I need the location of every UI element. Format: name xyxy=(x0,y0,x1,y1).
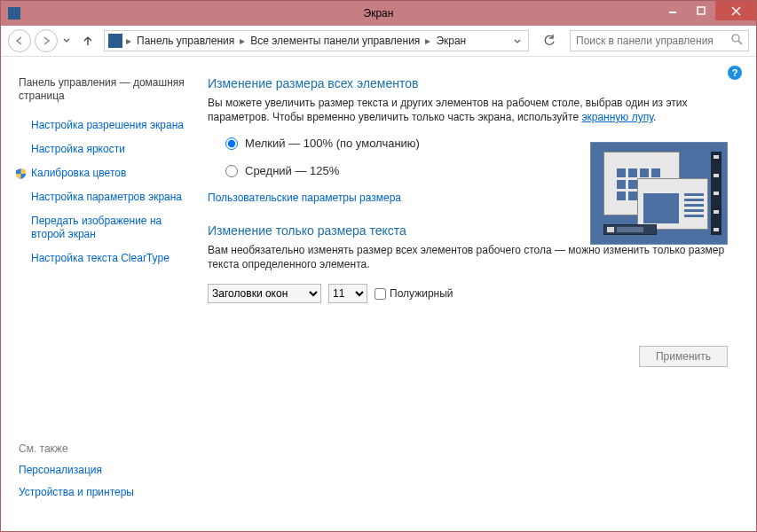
refresh-icon xyxy=(543,35,556,47)
see-also: См. также Персонализация Устройства и пр… xyxy=(19,442,192,508)
titlebar[interactable]: Экран xyxy=(1,1,756,26)
radio-small[interactable] xyxy=(225,137,238,150)
breadcrumb-segment[interactable]: Экран xyxy=(432,35,469,47)
forward-button[interactable] xyxy=(35,29,58,52)
shield-icon xyxy=(15,168,27,183)
sidebar-home[interactable]: Панель управления — домашняя страница xyxy=(19,76,192,103)
refresh-button[interactable] xyxy=(538,31,561,51)
bold-label: Полужирный xyxy=(390,287,453,300)
chevron-right-icon[interactable]: ▸ xyxy=(238,35,247,47)
window: Экран ▸ Панель управле xyxy=(0,0,757,532)
search-icon[interactable] xyxy=(731,34,743,48)
search-box[interactable] xyxy=(570,30,749,51)
svg-point-4 xyxy=(732,35,739,42)
section2-description: Вам необязательно изменять размер всех э… xyxy=(208,243,728,271)
sidebar-item-display-settings[interactable]: Настройка параметров экрана xyxy=(31,191,192,204)
svg-line-5 xyxy=(738,41,742,44)
arrow-up-icon xyxy=(82,35,94,47)
body: ? Панель управления — домашняя страница … xyxy=(1,57,756,531)
breadcrumb[interactable]: ▸ Панель управления ▸ Все элементы панел… xyxy=(104,30,529,51)
window-controls xyxy=(658,1,756,26)
minimize-icon xyxy=(668,6,677,15)
text-size-controls: Заголовки окон 11 Полужирный xyxy=(208,284,728,303)
history-dropdown[interactable] xyxy=(61,38,72,43)
app-icon xyxy=(8,7,20,20)
sidebar-item-project[interactable]: Передать изображение на второй экран xyxy=(31,215,192,241)
see-also-devices[interactable]: Устройства и принтеры xyxy=(19,486,192,499)
chevron-right-icon[interactable]: ▸ xyxy=(124,35,133,47)
sidebar-item-resolution[interactable]: Настройка разрешения экрана xyxy=(31,119,192,132)
custom-size-link[interactable]: Пользовательские параметры размера xyxy=(208,192,401,204)
section-description: Вы можете увеличить размер текста и друг… xyxy=(208,96,728,124)
sidebar-item-brightness[interactable]: Настройка яркости xyxy=(31,143,192,156)
radio-medium-label[interactable]: Средний — 125% xyxy=(245,164,339,177)
maximize-button[interactable] xyxy=(687,1,715,20)
sidebar: Панель управления — домашняя страница На… xyxy=(1,57,201,531)
back-button[interactable] xyxy=(8,29,31,52)
arrow-left-icon xyxy=(14,35,25,46)
bold-checkbox-row[interactable]: Полужирный xyxy=(375,287,453,300)
desc-suffix: . xyxy=(653,111,656,123)
element-select[interactable]: Заголовки окон xyxy=(208,284,321,303)
up-button[interactable] xyxy=(79,32,97,50)
magnifier-link[interactable]: экранную лупу xyxy=(581,111,653,123)
location-icon xyxy=(108,34,122,48)
close-button[interactable] xyxy=(715,1,756,20)
sidebar-item-calibration[interactable]: Калибровка цветов xyxy=(31,167,192,180)
preview-image xyxy=(590,142,728,245)
chevron-down-icon xyxy=(514,39,521,44)
radio-small-label[interactable]: Мелкий — 100% (по умолчанию) xyxy=(245,137,420,150)
arrow-right-icon xyxy=(41,35,51,46)
chevron-down-icon xyxy=(63,38,70,43)
breadcrumb-segment[interactable]: Все элементы панели управления xyxy=(247,35,423,47)
section-title-resize-all: Изменение размера всех элементов xyxy=(208,76,728,90)
svg-rect-1 xyxy=(698,7,705,14)
close-icon xyxy=(731,6,741,16)
search-input[interactable] xyxy=(576,35,731,47)
window-title: Экран xyxy=(364,7,394,20)
minimize-button[interactable] xyxy=(658,1,687,20)
apply-button[interactable]: Применить xyxy=(639,346,728,367)
navbar: ▸ Панель управления ▸ Все элементы панел… xyxy=(1,26,756,57)
content: Изменение размера всех элементов Вы може… xyxy=(201,57,756,531)
sidebar-item-cleartype[interactable]: Настройка текста ClearType xyxy=(31,252,192,265)
maximize-icon xyxy=(697,6,706,15)
see-also-header: См. также xyxy=(19,442,192,455)
size-select[interactable]: 11 xyxy=(328,284,367,303)
see-also-personalization[interactable]: Персонализация xyxy=(19,464,192,477)
breadcrumb-dropdown[interactable] xyxy=(509,35,526,47)
chevron-right-icon[interactable]: ▸ xyxy=(423,35,432,47)
radio-medium[interactable] xyxy=(225,165,238,177)
bold-checkbox[interactable] xyxy=(375,288,386,300)
breadcrumb-segment[interactable]: Панель управления xyxy=(133,35,238,47)
